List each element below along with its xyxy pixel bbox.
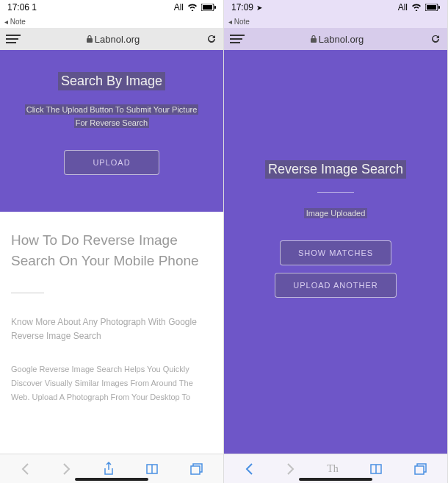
- url-text: Labnol.org: [319, 34, 364, 45]
- page-content: Reverse Image Search Image Uploaded SHOW…: [224, 50, 447, 454]
- upload-another-button[interactable]: UPLOAD ANOTHER: [275, 273, 396, 298]
- wifi-icon: [187, 4, 198, 11]
- phone-left: 17:06 1 All ◂ Note Labnol.org Search By …: [0, 0, 224, 483]
- tabs-icon[interactable]: [414, 463, 427, 475]
- hero-section: Search By Image Click The Upload Button …: [0, 50, 223, 212]
- forward-icon[interactable]: [62, 462, 72, 476]
- status-network-label: All: [174, 2, 184, 12]
- svg-rect-1: [203, 5, 212, 10]
- svg-rect-7: [427, 5, 436, 10]
- address-bar[interactable]: Labnol.org: [250, 34, 424, 45]
- browser-toolbar: Labnol.org: [0, 28, 223, 50]
- status-time: 17:09: [231, 2, 253, 12]
- lock-icon: [311, 35, 317, 43]
- bookmarks-icon[interactable]: [369, 463, 383, 475]
- bookmarks-icon[interactable]: [145, 463, 159, 475]
- back-to-app-button[interactable]: ◂ Note: [224, 15, 447, 28]
- hero-subtitle: Click The Upload Button To Submit Your P…: [25, 104, 199, 129]
- home-indicator[interactable]: [75, 478, 148, 481]
- reader-badge[interactable]: Th: [327, 463, 339, 475]
- address-bar[interactable]: Labnol.org: [26, 34, 200, 45]
- svg-rect-2: [214, 6, 216, 9]
- status-time: 17:06 1: [7, 2, 37, 12]
- browser-toolbar: Labnol.org: [224, 28, 447, 50]
- page-content: Search By Image Click The Upload Button …: [0, 50, 223, 454]
- tabs-icon[interactable]: [190, 463, 203, 475]
- hero-title: Search By Image: [58, 72, 165, 90]
- svg-rect-9: [311, 38, 317, 43]
- hero-section: Reverse Image Search Image Uploaded SHOW…: [224, 50, 447, 454]
- location-icon: ➤: [256, 4, 262, 12]
- article-body: Google Reverse Image Search Helps You Qu…: [11, 362, 212, 405]
- svg-rect-5: [191, 466, 200, 474]
- svg-rect-3: [87, 38, 93, 43]
- status-bar: 17:06 1 All: [0, 0, 223, 15]
- refresh-icon[interactable]: [430, 33, 441, 45]
- upload-button[interactable]: UPLOAD: [64, 150, 159, 175]
- article-title: How To Do Reverse Image Search On Your M…: [11, 230, 212, 271]
- status-network-label: All: [398, 2, 408, 12]
- svg-rect-8: [438, 6, 440, 9]
- menu-icon[interactable]: [6, 35, 21, 43]
- home-indicator[interactable]: [299, 478, 372, 481]
- back-to-app-button[interactable]: ◂ Note: [0, 15, 223, 28]
- show-matches-button[interactable]: SHOW MATCHES: [280, 240, 391, 265]
- upload-status: Image Uploaded: [304, 208, 368, 218]
- back-icon[interactable]: [20, 462, 30, 476]
- battery-icon: [201, 4, 216, 11]
- article-section: How To Do Reverse Image Search On Your M…: [0, 212, 223, 423]
- back-icon[interactable]: [244, 462, 254, 476]
- menu-icon[interactable]: [230, 35, 245, 43]
- article-lead: Know More About Any Photograph With Goog…: [11, 315, 212, 343]
- status-bar: 17:09 ➤ All: [224, 0, 447, 15]
- hero-title: Reverse Image Search: [265, 160, 406, 179]
- divider: [317, 192, 354, 193]
- refresh-icon[interactable]: [206, 33, 217, 45]
- url-text: Labnol.org: [95, 34, 140, 45]
- divider: [11, 293, 44, 293]
- phone-right: 17:09 ➤ All ◂ Note Labnol.org Reverse Im…: [224, 0, 448, 483]
- wifi-icon: [411, 4, 422, 11]
- lock-icon: [87, 35, 93, 43]
- svg-rect-11: [415, 466, 424, 474]
- battery-icon: [425, 4, 440, 11]
- share-icon[interactable]: [103, 462, 115, 476]
- forward-icon[interactable]: [286, 462, 296, 476]
